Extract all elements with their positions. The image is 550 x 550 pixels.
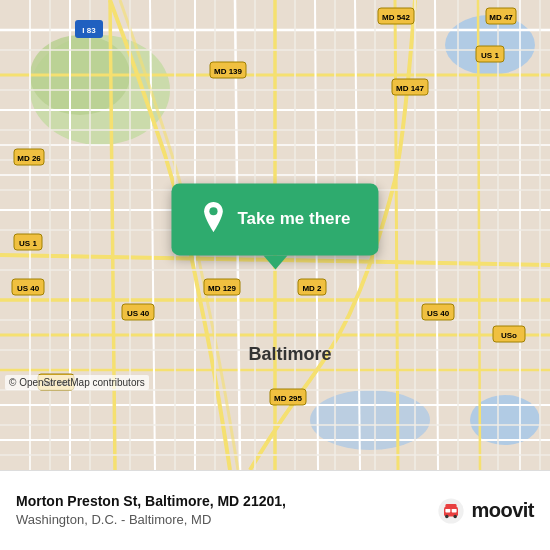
svg-text:MD 139: MD 139 [214, 67, 243, 76]
svg-rect-94 [446, 508, 451, 512]
svg-text:US 40: US 40 [127, 309, 150, 318]
attribution-text: © OpenStreetMap contributors [5, 375, 149, 390]
svg-point-92 [445, 514, 449, 518]
svg-rect-91 [446, 504, 457, 509]
bottom-info-bar: Morton Preston St, Baltimore, MD 21201, … [0, 470, 550, 550]
svg-text:MD 129: MD 129 [208, 284, 237, 293]
moovit-logo: moovit [437, 497, 534, 525]
svg-text:MD 542: MD 542 [382, 13, 411, 22]
location-pin-icon [199, 201, 227, 237]
map-popup: Take me there [171, 183, 378, 269]
svg-text:US 40: US 40 [427, 309, 450, 318]
svg-point-93 [454, 514, 458, 518]
svg-text:MD 295: MD 295 [274, 394, 303, 403]
popup-label: Take me there [237, 209, 350, 229]
svg-text:MD 26: MD 26 [17, 154, 41, 163]
popup-triangle [263, 255, 287, 269]
svg-text:US 1: US 1 [481, 51, 499, 60]
svg-text:MD 47: MD 47 [489, 13, 513, 22]
svg-text:US 40: US 40 [17, 284, 40, 293]
brand-name: moovit [471, 499, 534, 522]
address-line2: Washington, D.C. - Baltimore, MD [16, 511, 437, 529]
svg-text:US 1: US 1 [19, 239, 37, 248]
address-block: Morton Preston St, Baltimore, MD 21201, … [16, 492, 437, 530]
svg-text:USo: USo [501, 331, 517, 340]
svg-text:MD 147: MD 147 [396, 84, 425, 93]
svg-text:MD 2: MD 2 [302, 284, 322, 293]
svg-text:I 83: I 83 [82, 26, 96, 35]
map-container: Baltimore I 83 MD 542 MD 47 US 1 MD 139 … [0, 0, 550, 470]
city-label: Baltimore [248, 344, 331, 364]
moovit-icon [437, 497, 465, 525]
svg-rect-95 [452, 508, 457, 512]
take-me-there-button[interactable]: Take me there [171, 183, 378, 255]
svg-point-88 [209, 207, 217, 215]
address-line1: Morton Preston St, Baltimore, MD 21201, [16, 492, 437, 512]
